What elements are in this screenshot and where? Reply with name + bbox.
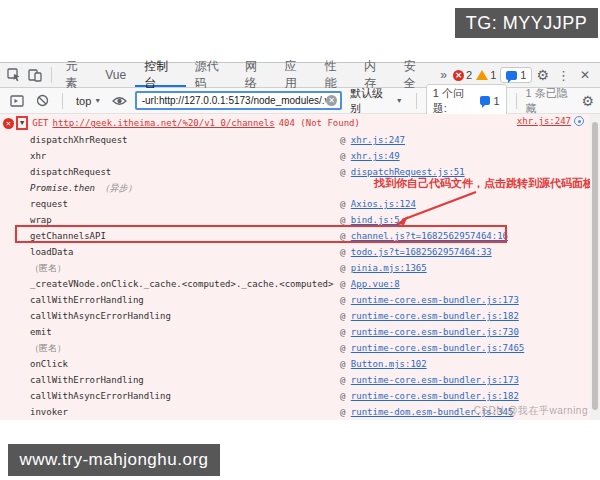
source-link[interactable]: App.vue:8 xyxy=(351,279,400,289)
clear-filter-icon[interactable]: ✕ xyxy=(326,95,337,106)
error-icon: ✕ xyxy=(453,70,464,81)
toolbar-separator xyxy=(51,67,52,83)
console-settings-gear-icon[interactable]: ⚙ xyxy=(581,93,594,109)
tab-memory[interactable]: 内存 xyxy=(355,63,395,87)
clear-console-button[interactable] xyxy=(31,91,52,111)
error-status: 404 (Not Found) xyxy=(279,118,360,128)
source-link[interactable]: runtime-core.esm-bundler.js:182 xyxy=(351,311,519,321)
stack-frame-function: request xyxy=(30,199,68,209)
at-symbol: @ xyxy=(340,215,351,225)
stack-frame-location: @ pinia.mjs:1365 xyxy=(340,260,427,276)
context-selector[interactable]: top ▼ xyxy=(72,95,105,107)
stack-frame-function: Promise.then （异步） xyxy=(30,183,136,193)
at-symbol: @ xyxy=(340,311,351,321)
stack-frame-function: callWithAsyncErrorHandling xyxy=(30,391,171,401)
tab-network[interactable]: 网络 xyxy=(236,63,276,87)
expand-triangle-icon[interactable]: ▼ xyxy=(20,119,24,127)
at-symbol: @ xyxy=(340,135,351,145)
source-link[interactable]: Axios.js:124 xyxy=(351,199,416,209)
source-link[interactable]: runtime-core.esm-bundler.js:173 xyxy=(351,375,519,385)
eye-icon xyxy=(112,96,127,106)
issues-label: 1 个问题: xyxy=(433,86,477,116)
source-link[interactable]: runtime-core.esm-bundler.js:7465 xyxy=(351,343,524,353)
source-link[interactable]: xhr.js:247 xyxy=(351,135,405,145)
error-icon: ✕ xyxy=(3,118,14,129)
stack-frame-row: request@ Axios.js:124 xyxy=(0,196,600,212)
close-devtools-icon[interactable]: ✕ xyxy=(578,68,596,82)
stack-frame-row: wrap@ bind.js:5 xyxy=(0,212,600,228)
stack-frame-location: @ todo.js?t=1682562957464:33 xyxy=(340,244,492,260)
log-level-selector[interactable]: 默认级别 ▼ xyxy=(346,86,407,116)
warning-count-badge[interactable]: 1 xyxy=(476,69,496,81)
at-symbol: @ xyxy=(340,199,351,209)
device-toolbar-button[interactable] xyxy=(25,65,46,85)
toolbar-separator xyxy=(62,93,63,109)
stack-frame-row: callWithErrorHandling@ runtime-core.esm-… xyxy=(0,292,600,308)
stack-frame-row: xhr@ xhr.js:49 xyxy=(0,148,600,164)
chevron-down-icon: ▼ xyxy=(396,97,403,104)
stack-frame-function: dispatchXhrRequest xyxy=(30,135,128,145)
stack-frame-row: _createVNode.onClick._cache.<computed>._… xyxy=(0,276,600,292)
tab-sources[interactable]: 源代码 xyxy=(186,63,236,87)
at-symbol: @ xyxy=(340,247,351,257)
stack-frame-function: callWithAsyncErrorHandling xyxy=(30,311,171,321)
stack-frame-location: @ runtime-core.esm-bundler.js:173 xyxy=(340,372,519,388)
source-link[interactable]: runtime-core.esm-bundler.js:182 xyxy=(351,391,519,401)
warning-icon xyxy=(476,70,488,80)
source-link[interactable]: runtime-core.esm-bundler.js:730 xyxy=(351,327,519,337)
settings-gear-icon[interactable]: ⚙ xyxy=(536,67,549,83)
at-symbol: @ xyxy=(340,167,351,177)
issues-counter[interactable]: 1 个问题: 1 xyxy=(426,84,507,118)
console-sidebar-button[interactable] xyxy=(6,91,27,111)
stack-frame-function: loadData xyxy=(30,247,73,257)
tab-console[interactable]: 控制台 xyxy=(135,63,185,87)
source-link[interactable]: channel.js?t=1682562957464:16 xyxy=(351,231,508,241)
issues-badge[interactable]: 1 xyxy=(500,67,532,83)
error-count: 2 xyxy=(466,69,472,81)
stack-frame-location: @ runtime-core.esm-bundler.js:7465 xyxy=(340,340,524,356)
error-source-link[interactable]: xhr.js:247 xyxy=(517,116,571,126)
at-symbol: @ xyxy=(340,327,351,337)
source-link[interactable]: runtime-core.esm-bundler.js:173 xyxy=(351,295,519,305)
at-symbol: @ xyxy=(340,231,351,241)
scrollbar-thumb[interactable] xyxy=(592,122,598,410)
tab-application[interactable]: 应用 xyxy=(276,63,316,87)
live-expression-button[interactable] xyxy=(109,91,130,111)
explain-error-icon[interactable] xyxy=(574,116,584,126)
devtools-menu-icon[interactable]: ⋮ xyxy=(553,68,574,83)
at-symbol: @ xyxy=(340,279,351,289)
filter-input[interactable] xyxy=(142,95,326,106)
device-toolbar-icon xyxy=(28,68,42,82)
scrollbar[interactable] xyxy=(590,114,600,420)
inspect-cursor-icon xyxy=(7,68,21,82)
stack-frame-location: @ xhr.js:247 xyxy=(340,132,405,148)
at-symbol: @ xyxy=(340,343,351,353)
stack-frame-function: callWithErrorHandling xyxy=(30,295,144,305)
tab-vue[interactable]: Vue xyxy=(96,63,135,87)
source-link[interactable]: Button.mjs:102 xyxy=(351,359,427,369)
stack-frame-location: @ xhr.js:49 xyxy=(340,148,400,164)
watermark-bottom-left: www.try-mahjonghu.org xyxy=(8,444,220,476)
source-link[interactable]: xhr.js:49 xyxy=(351,151,400,161)
stack-frame-row: dispatchXhrRequest@ xhr.js:247 xyxy=(0,132,600,148)
tab-elements[interactable]: 元素 xyxy=(57,63,97,87)
error-count-badge[interactable]: ✕ 2 xyxy=(453,69,472,81)
source-link[interactable]: todo.js?t=1682562957464:33 xyxy=(351,247,492,257)
source-link[interactable]: pinia.mjs:1365 xyxy=(351,263,427,273)
issues-inline-count: 1 xyxy=(493,95,499,107)
devtools-tabbar: 元素Vue控制台源代码网络应用性能内存安全 » ✕ 2 1 1 ⚙ ⋮ ✕ xyxy=(0,63,600,88)
console-toolbar: top ▼ ✕ 默认级别 ▼ 1 个问题: 1 xyxy=(0,88,600,114)
stack-frame-row: loadData@ todo.js?t=1682562957464:33 xyxy=(0,244,600,260)
more-tabs-button[interactable]: » xyxy=(434,68,453,82)
watermark-top-text: TG: MYYJJPP xyxy=(466,13,588,34)
stack-frame-location: @ bind.js:5 xyxy=(340,212,400,228)
devtools-window: 元素Vue控制台源代码网络应用性能内存安全 » ✕ 2 1 1 ⚙ ⋮ ✕ xyxy=(0,62,600,417)
tab-performance[interactable]: 性能 xyxy=(315,63,355,87)
source-link[interactable]: bind.js:5 xyxy=(351,215,400,225)
watermark-bottom-text: www.try-mahjonghu.org xyxy=(19,450,208,470)
inspect-element-button[interactable] xyxy=(4,65,25,85)
error-url-link[interactable]: http://geek.itheima.net/%20/v1_0/channel… xyxy=(52,118,274,128)
context-label: top xyxy=(76,95,91,107)
stack-frame-function: wrap xyxy=(30,215,52,225)
stack-frame-location: @ runtime-core.esm-bundler.js:182 xyxy=(340,388,519,404)
